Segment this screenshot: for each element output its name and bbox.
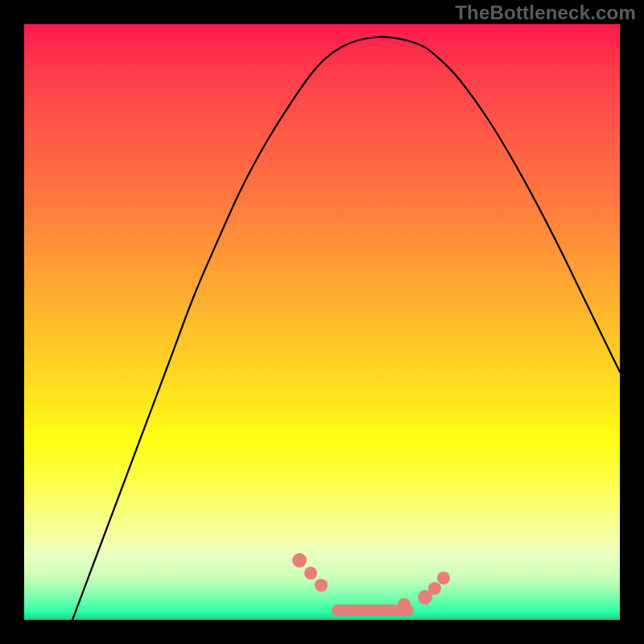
marker-dot — [315, 579, 328, 592]
marker-dot — [292, 553, 307, 568]
marker-dot — [304, 567, 317, 580]
bottleneck-curve — [72, 37, 620, 620]
watermark-text: TheBottleneck.com — [455, 2, 636, 24]
chart-frame: TheBottleneck.com — [0, 0, 644, 644]
marker-group — [292, 553, 450, 616]
chart-svg — [24, 24, 620, 620]
marker-dot — [428, 582, 441, 595]
marker-dot — [398, 598, 411, 611]
plot-area — [24, 24, 620, 620]
marker-dot — [437, 572, 450, 584]
